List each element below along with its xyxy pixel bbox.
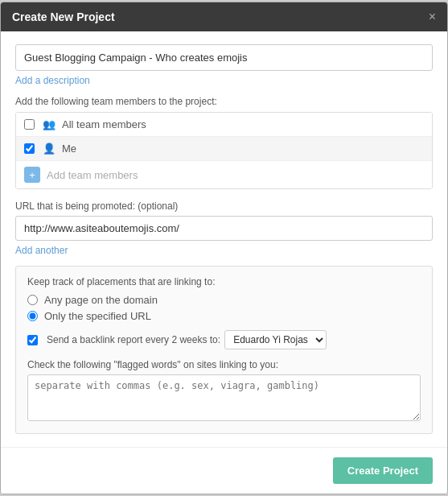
me-checkbox[interactable] <box>24 143 35 154</box>
modal-body: Add a description Add the following team… <box>1 31 447 447</box>
team-row-all: 👥 All team members <box>16 113 432 137</box>
specified-url-radio[interactable] <box>27 311 38 321</box>
team-section-label: Add the following team members to the pr… <box>15 96 433 107</box>
backlink-report-checkbox[interactable] <box>27 335 38 345</box>
team-row-me: 👤 Me <box>16 137 432 161</box>
flagged-label: Check the following "flagged words" on s… <box>27 359 421 370</box>
backlink-text: Send a backlink report every 2 weeks to: <box>47 334 220 345</box>
create-project-modal: Create New Project × Add a description A… <box>0 2 448 494</box>
backlink-user-select[interactable]: Eduardo Yi Rojas Other User <box>224 330 327 349</box>
team-members-box: 👥 All team members 👤 Me + Add team membe… <box>15 112 433 189</box>
person-icon: 👤 <box>43 143 55 155</box>
flagged-section: Check the following "flagged words" on s… <box>27 359 421 424</box>
any-page-radio[interactable] <box>27 295 38 305</box>
url-input[interactable] <box>15 216 433 241</box>
flagged-words-textarea[interactable] <box>27 374 421 421</box>
modal-header: Create New Project × <box>1 2 447 31</box>
all-team-checkbox[interactable] <box>24 119 35 130</box>
add-another-link[interactable]: Add another <box>15 245 68 256</box>
any-page-label: Any page on the domain <box>44 294 158 306</box>
modal-title: Create New Project <box>12 10 115 23</box>
add-person-icon: + <box>24 167 40 183</box>
project-title-input[interactable] <box>15 44 433 71</box>
radio-row-any-page: Any page on the domain <box>27 294 421 306</box>
url-label: URL that is being promoted: (optional) <box>15 200 433 212</box>
specified-url-label: Only the specified URL <box>44 310 151 322</box>
add-team-label: Add team members <box>47 169 138 181</box>
tracking-box-label: Keep track of placements that are linkin… <box>27 276 421 287</box>
close-button[interactable]: × <box>429 10 436 23</box>
tracking-box: Keep track of placements that are linkin… <box>15 266 433 434</box>
group-icon: 👥 <box>43 118 55 130</box>
create-project-button[interactable]: Create Project <box>333 457 433 484</box>
url-section: URL that is being promoted: (optional) A… <box>15 200 433 256</box>
backlink-row: Send a backlink report every 2 weeks to:… <box>27 330 421 349</box>
radio-row-specified-url: Only the specified URL <box>27 310 421 322</box>
me-label: Me <box>62 143 76 155</box>
add-description-link[interactable]: Add a description <box>15 75 90 86</box>
all-team-label: All team members <box>62 118 146 130</box>
modal-footer: Create Project <box>1 447 447 494</box>
team-row-add[interactable]: + Add team members <box>16 161 432 188</box>
